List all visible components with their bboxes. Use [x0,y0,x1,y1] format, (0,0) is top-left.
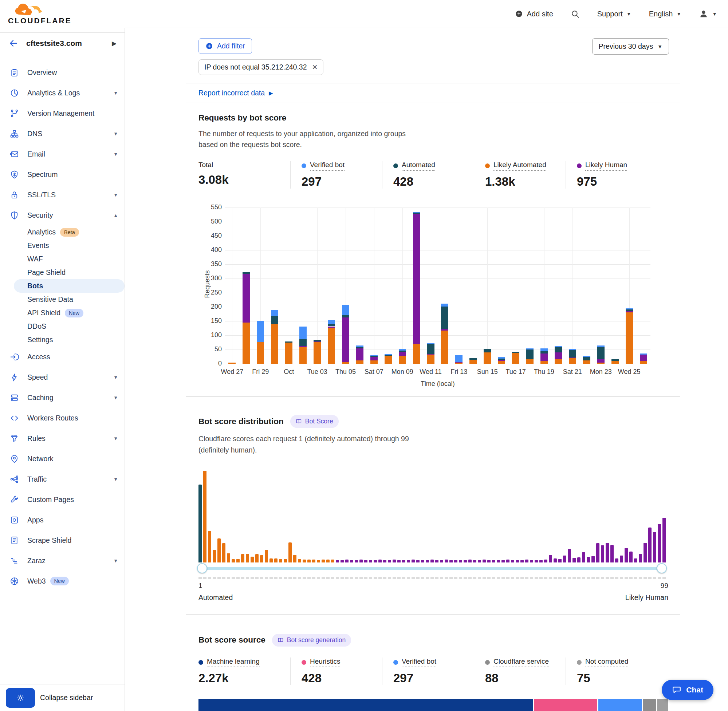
slider-handle-max[interactable] [657,563,667,573]
histogram-tick-row [198,577,668,579]
bot-score-generation-badge[interactable]: Bot score generation [272,634,351,646]
chevron-up-icon: ▲ [113,212,118,218]
search-icon[interactable] [571,9,580,19]
chevron-down-icon: ▼ [712,11,717,17]
source-stat-verified-bot: Verified bot297 [382,658,474,685]
y-tick-label: 500 [201,218,222,225]
histogram-tick [444,577,448,579]
slider-track[interactable] [201,567,665,570]
stat-label-text[interactable]: Verified bot [310,161,344,171]
requests-stat-verified-bot: Verified bot297 [290,161,382,189]
chevron-down-icon: ▼ [113,192,118,198]
stat-label-text[interactable]: Likely Automated [493,161,546,171]
add-filter-button[interactable]: Add filter [198,38,252,54]
sidebar-item-label: DNS [27,130,42,138]
histogram-bar [293,555,297,562]
sidebar-item-label: Settings [27,336,53,344]
sidebar-item-overview[interactable]: Overview [0,62,124,83]
sidebar-item-speed[interactable]: Speed▼ [0,367,124,387]
sidebar-item-ddos[interactable]: DDoS [0,320,124,333]
sidebar-item-scrape-shield[interactable]: Scrape Shield [0,530,124,550]
chat-bubble-icon [672,685,681,695]
sidebar-item-caching[interactable]: Caching▼ [0,387,124,408]
stat-label: Verified bot [393,658,436,667]
language-menu[interactable]: English▼ [649,10,681,18]
sidebar-item-version-management[interactable]: Version Management [0,103,124,123]
sidebar-item-zaraz[interactable]: Zaraz▼ [0,550,124,571]
collapse-sidebar-button[interactable]: Collapse sidebar [40,693,93,702]
sidebar-item-bots[interactable]: Bots [14,279,124,293]
plus-circle-icon [205,42,213,50]
sidebar-item-traffic[interactable]: Traffic▼ [0,469,124,489]
histogram-bar [492,560,495,562]
sidebar-item-api-shield[interactable]: API ShieldNew [0,306,124,320]
sidebar-item-settings[interactable]: Settings [0,333,124,347]
add-site-button[interactable]: Add site [515,10,553,18]
filter-chip[interactable]: IP does not equal 35.212.240.32 ✕ [198,59,323,75]
chart-bar-segment-likely-human [328,326,335,328]
sidebar-item-security[interactable]: Security▲ [0,205,124,225]
sidebar-item-access[interactable]: Access [0,347,124,367]
stat-label-text[interactable]: Machine learning [207,658,260,667]
source-stats-row: Machine learning2.27kHeuristics428Verifi… [198,658,667,685]
bot-score-badge[interactable]: Bot Score [290,415,339,428]
stat-label-text[interactable]: Heuristics [310,658,340,667]
chart-bar-segment-verified-bot [427,343,434,344]
chart-bar-segment-likely-human [597,359,604,363]
stat-label-text[interactable]: Automated [402,161,435,171]
sidebar-item-analytics[interactable]: AnalyticsBeta [0,225,124,239]
sidebar-item-label: Version Management [27,109,95,118]
sidebar-item-sensitive-data[interactable]: Sensitive Data [0,293,124,306]
sidebar-item-email[interactable]: Email▼ [0,144,124,164]
support-menu[interactable]: Support▼ [597,10,632,18]
date-range-select[interactable]: Previous 30 days ▼ [592,38,669,55]
cloudflare-logo[interactable]: CLOUDFLARE [8,3,121,25]
settings-gear-button[interactable] [6,688,35,708]
y-tick-label: 50 [201,345,222,353]
close-icon[interactable]: ✕ [312,63,318,71]
account-menu[interactable]: ▼ [699,9,717,19]
sidebar-item-analytics-logs[interactable]: Analytics & Logs▼ [0,83,124,103]
chart-bar [385,208,392,364]
chart-bar-segment-automated [583,357,590,360]
sidebar-item-custom-pages[interactable]: Custom Pages [0,489,124,510]
back-arrow-icon[interactable] [9,38,18,48]
report-incorrect-data-link[interactable]: Report incorrect data ▶ [186,83,680,103]
sidebar-item-dns[interactable]: DNS▼ [0,123,124,144]
chevron-down-icon: ▼ [113,152,118,157]
histogram-tick [198,577,202,579]
histogram-tick [222,577,226,579]
histogram-tick [274,577,278,579]
sidebar-item-events[interactable]: Events [0,239,124,252]
histogram-bar [449,560,453,562]
stat-label-text[interactable]: Not computed [585,658,628,667]
histogram-tick [644,577,647,579]
chat-button[interactable]: Chat [662,680,713,700]
histogram-bar [251,557,254,562]
histogram-tick [587,577,590,579]
sidebar-item-rules[interactable]: Rules▼ [0,428,124,448]
histogram-tick [232,577,235,579]
histogram-bar [473,560,476,562]
beta-badge: Beta [60,228,79,237]
slider-min-label: 1 [198,582,202,590]
stat-value: 3.08k [198,173,283,187]
sidebar-item-spectrum[interactable]: Spectrum [0,164,124,184]
stat-label-text[interactable]: Verified bot [402,658,436,667]
sidebar-item-apps[interactable]: Apps [0,510,124,530]
chevron-right-icon[interactable]: ▶ [112,40,117,47]
stat-label-text[interactable]: Cloudflare service [493,658,549,667]
sidebar-item-ssl-tls[interactable]: SSL/TLS▼ [0,184,124,205]
requests-plot-area [225,208,650,364]
sidebar-item-web3[interactable]: Web3New [0,571,124,591]
sidebar-item-workers-routes[interactable]: Workers Routes [0,408,124,428]
histogram-bar [454,560,458,562]
histogram-tick [525,577,529,579]
sidebar-item-waf[interactable]: WAF [0,252,124,266]
slider-handle-min[interactable] [197,563,207,573]
sidebar-item-label: Access [27,353,50,361]
sidebar-item-page-shield[interactable]: Page Shield [0,266,124,279]
sidebar-item-network[interactable]: Network [0,448,124,469]
stat-label-text[interactable]: Likely Human [585,161,627,171]
source-stat-not-computed: Not computed75 [566,658,657,685]
